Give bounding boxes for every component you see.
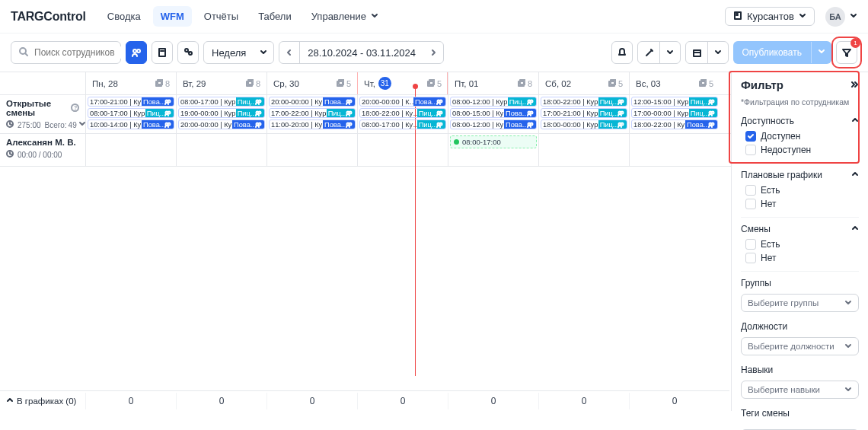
filter-note: *Фильтрация по сотрудникам xyxy=(732,97,868,111)
emp-cell[interactable]: 08:00-17:00 xyxy=(448,134,538,166)
users-view-icon[interactable] xyxy=(126,41,147,64)
shift-pill[interactable]: 08:00-12:00 | Кур…Пиц.. xyxy=(450,97,537,107)
select-groups[interactable]: Выберите группы xyxy=(741,294,859,312)
shift-pill[interactable]: 17:00-21:00 | Кур…Пиц.. xyxy=(541,108,627,118)
svg-point-63 xyxy=(531,123,533,125)
shift-pill[interactable]: 08:00-17:00 | Кур…Пиц.. xyxy=(88,108,174,118)
chk-plans-no[interactable]: Нет xyxy=(741,197,859,211)
publish-button[interactable]: Опубликовать xyxy=(733,41,831,64)
shift-pill[interactable]: 10:00-14:00 | Ку…Пова.. xyxy=(88,119,174,129)
emp-cell[interactable] xyxy=(629,134,720,166)
shift-pill[interactable]: 08:00-15:00 | Ку…Пова.. xyxy=(450,108,537,118)
filter-button[interactable]: 1 xyxy=(836,41,857,64)
chevron-up-icon xyxy=(851,116,859,126)
help-icon[interactable]: ? xyxy=(71,104,79,113)
period-select[interactable]: Неделя xyxy=(203,41,274,64)
nav-timesheets[interactable]: Табели xyxy=(251,6,299,27)
roles-view-icon[interactable] xyxy=(177,41,199,64)
brand-logo: TARGControl xyxy=(11,10,86,24)
shift-cell[interactable]: 08:00-17:00 | Кур…Пиц.. 19:00-00:00 | Ку… xyxy=(176,95,266,133)
shift-pill[interactable]: 18:00-22:00 | Ку…Пова.. xyxy=(631,119,718,129)
emp-cell[interactable] xyxy=(176,134,266,166)
emp-cell[interactable] xyxy=(266,134,357,166)
collapse-icon[interactable] xyxy=(850,80,859,91)
nav-summary[interactable]: Сводка xyxy=(100,6,148,27)
filter-sec-shifts[interactable]: Смены xyxy=(741,224,859,237)
shift-cell[interactable]: 17:00-21:00 | Ку…Пова.. 08:00-17:00 | Ку… xyxy=(85,95,176,133)
shift-pill[interactable]: 08:00-17:00 | Кур…Пиц.. xyxy=(178,97,265,107)
shift-pill[interactable]: 08:00-12:00 | Ку…Пова.. xyxy=(450,119,537,129)
shift-pill[interactable]: 18:00-22:00 | Ку…Пиц.. xyxy=(359,108,446,118)
chk-shifts-no[interactable]: Нет xyxy=(741,251,859,265)
calendar-button[interactable] xyxy=(685,41,729,64)
org-name: Курсантов xyxy=(747,11,794,22)
day-head-thu[interactable]: Чт,31 5 xyxy=(357,72,448,94)
chk-shifts-yes[interactable]: Есть xyxy=(741,237,859,251)
emp-cell[interactable] xyxy=(538,134,629,166)
svg-line-11 xyxy=(187,52,190,53)
nav-wfm[interactable]: WFM xyxy=(153,6,192,27)
shift-pill[interactable]: 18:00-00:00 | Кур…Пиц.. xyxy=(541,119,627,129)
footer-label[interactable]: В графиках (0) xyxy=(0,393,85,409)
shift-pill[interactable]: 19:00-00:00 | Кур…Пиц.. xyxy=(178,108,265,118)
filter-sec-availability[interactable]: Доступность xyxy=(741,116,859,129)
shift-pill[interactable]: 18:00-22:00 | Кур…Пиц.. xyxy=(541,97,627,107)
chk-plans-yes[interactable]: Есть xyxy=(741,183,859,197)
shift-pill[interactable]: 20:00-00:00 | Ку…Пова.. xyxy=(269,97,356,107)
select-skills[interactable]: Выберите навыки xyxy=(741,381,859,399)
magic-button[interactable] xyxy=(637,41,681,64)
shift-cell[interactable]: 08:00-12:00 | Кур…Пиц.. 08:00-15:00 | Ку… xyxy=(448,95,538,133)
search-input[interactable] xyxy=(11,41,121,64)
filter-sec-plans[interactable]: Плановые графики xyxy=(741,170,859,183)
shift-pill[interactable]: 17:00-22:00 | Кур…Пиц.. xyxy=(269,108,356,118)
shift-pill[interactable]: 12:00-15:00 | Кур…Пиц.. xyxy=(631,97,718,107)
day-head-sun[interactable]: Вс, 03 5 xyxy=(629,72,720,94)
shift-cell[interactable]: 12:00-15:00 | Кур…Пиц.. 17:00-00:00 | Ку… xyxy=(629,95,720,133)
svg-point-45 xyxy=(259,123,261,125)
day-head-sat[interactable]: Сб, 02 5 xyxy=(538,72,629,94)
chk-available[interactable]: Доступен xyxy=(741,129,859,143)
shift-pill[interactable]: 20:00-00:00 | Ку…Пова.. xyxy=(178,119,265,129)
shift-cell[interactable]: 18:00-22:00 | Кур…Пиц.. 17:00-21:00 | Ку… xyxy=(538,95,629,133)
next-icon[interactable] xyxy=(423,42,443,63)
date-range[interactable]: 28.10.2024 - 03.11.2024 xyxy=(279,41,444,64)
svg-point-61 xyxy=(531,111,533,113)
filter-panel: Фильтр *Фильтрация по сотрудникам Доступ… xyxy=(731,72,868,411)
availability-pill[interactable]: 08:00-17:00 xyxy=(450,135,537,148)
shift-pill[interactable]: 11:00-20:00 | Ку…Пова.. xyxy=(269,119,356,129)
employee-hours: 00:00 / 00:00 xyxy=(18,151,62,159)
svg-point-71 xyxy=(712,100,714,102)
chevron-down-icon[interactable] xyxy=(850,11,857,22)
filter-badge: 1 xyxy=(850,38,860,48)
shift-pill[interactable]: 20:00-00:00 | К…Пова.. xyxy=(359,97,446,107)
bell-icon[interactable] xyxy=(611,41,633,64)
footer-cell: 0 xyxy=(266,393,357,409)
day-head-wed[interactable]: Ср, 30 5 xyxy=(266,72,357,94)
nav-manage[interactable]: Управление xyxy=(304,6,386,27)
svg-point-43 xyxy=(259,111,261,113)
nav-reports[interactable]: Отчёты xyxy=(196,6,246,27)
employee-name: Алексанян М. В. xyxy=(6,138,79,147)
emp-cell[interactable] xyxy=(357,134,448,166)
select-positions[interactable]: Выберите должности xyxy=(741,337,859,355)
filter-shift-tags-label: Теги смены xyxy=(741,408,859,422)
chk-unavailable[interactable]: Недоступен xyxy=(741,143,859,157)
emp-cell[interactable] xyxy=(85,134,176,166)
day-head-mon[interactable]: Пн, 28 8 xyxy=(85,72,176,94)
prev-icon[interactable] xyxy=(279,42,300,63)
chevron-down-icon xyxy=(799,11,806,22)
org-select[interactable]: Курсантов xyxy=(725,7,815,26)
day-head-tue[interactable]: Вт, 29 8 xyxy=(176,72,266,94)
shift-pill[interactable]: 08:00-17:00 | Ку…Пиц.. xyxy=(359,119,446,129)
wand-icon xyxy=(638,42,660,63)
clock-icon xyxy=(6,120,14,129)
shift-cell[interactable]: 20:00-00:00 | К…Пова.. 18:00-22:00 | Ку…… xyxy=(357,95,448,133)
shift-pill[interactable]: 17:00-21:00 | Ку…Пова.. xyxy=(88,97,174,107)
positions-view-icon[interactable] xyxy=(152,41,173,64)
avatar[interactable]: БА xyxy=(825,7,845,27)
employee-side[interactable]: Алексанян М. В. 00:00 / 00:00 xyxy=(0,134,85,166)
day-head-fri[interactable]: Пт, 01 8 xyxy=(448,72,538,94)
shift-cell[interactable]: 20:00-00:00 | Ку…Пова.. 17:00-22:00 | Ку… xyxy=(266,95,357,133)
svg-point-49 xyxy=(349,111,352,113)
shift-pill[interactable]: 17:00-00:00 | Кур…Пиц.. xyxy=(631,108,718,118)
